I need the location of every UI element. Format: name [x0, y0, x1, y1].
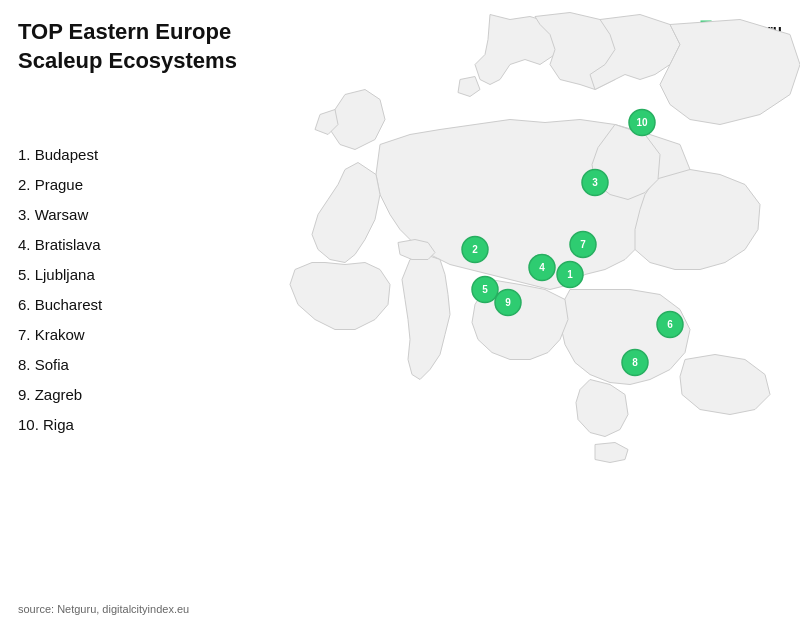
- legend-item: 10. Riga: [18, 410, 102, 440]
- legend-item: 9. Zagreb: [18, 380, 102, 410]
- svg-text:3: 3: [592, 177, 598, 188]
- map-outline: [290, 13, 800, 463]
- svg-text:10: 10: [636, 117, 648, 128]
- city-dot-bucharest: 6: [657, 312, 683, 338]
- legend-item: 3. Warsaw: [18, 200, 102, 230]
- city-dot-zagreb: 9: [495, 290, 521, 316]
- city-dot-sofia: 8: [622, 350, 648, 376]
- legend-item: 5. Ljubljana: [18, 260, 102, 290]
- svg-text:7: 7: [580, 239, 586, 250]
- legend: 1. Budapest2. Prague3. Warsaw4. Bratisla…: [18, 140, 102, 440]
- legend-item: 2. Prague: [18, 170, 102, 200]
- legend-item: 8. Sofia: [18, 350, 102, 380]
- svg-text:8: 8: [632, 357, 638, 368]
- legend-item: 6. Bucharest: [18, 290, 102, 320]
- page-container: TOP Eastern Europe Scaleup Ecosystems ne…: [0, 0, 800, 629]
- europe-map: 1 2 3 4 5: [180, 0, 800, 599]
- city-dot-prague: 2: [462, 237, 488, 263]
- svg-text:2: 2: [472, 244, 478, 255]
- svg-text:4: 4: [539, 262, 545, 273]
- svg-text:6: 6: [667, 319, 673, 330]
- legend-item: 1. Budapest: [18, 140, 102, 170]
- city-dot-riga: 10: [629, 110, 655, 136]
- svg-text:1: 1: [567, 269, 573, 280]
- legend-item: 4. Bratislava: [18, 230, 102, 260]
- city-dot-ljubljana: 5: [472, 277, 498, 303]
- city-dot-bratislava: 4: [529, 255, 555, 281]
- map-area: 1 2 3 4 5: [180, 0, 800, 599]
- svg-text:5: 5: [482, 284, 488, 295]
- legend-item: 7. Krakow: [18, 320, 102, 350]
- svg-text:9: 9: [505, 297, 511, 308]
- source-text: source: Netguru, digitalcityindex.eu: [18, 603, 189, 615]
- city-dot-krakow: 7: [570, 232, 596, 258]
- city-dot-budapest: 1: [557, 262, 583, 288]
- city-dot-warsaw: 3: [582, 170, 608, 196]
